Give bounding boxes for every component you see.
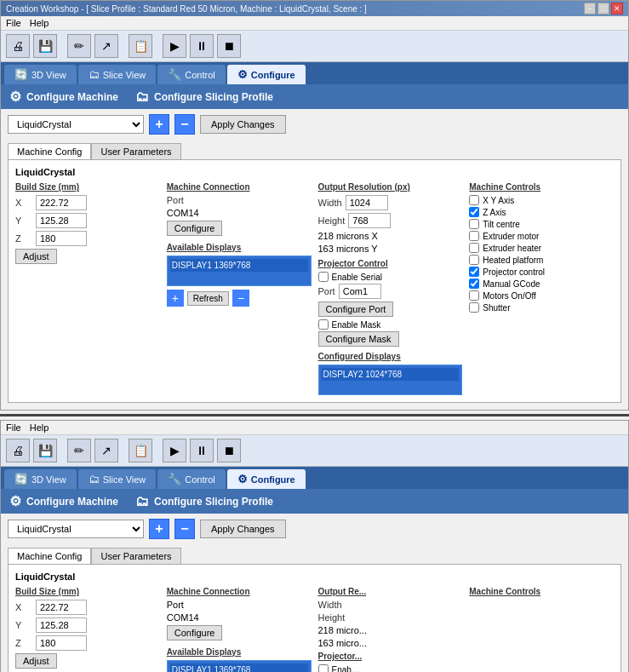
maximize-button[interactable]: □ <box>598 3 609 14</box>
remove-display-button[interactable]: − <box>232 290 249 307</box>
btool-stop-icon[interactable]: ⏹ <box>217 439 241 462</box>
tool-pause-icon[interactable]: ⏸ <box>190 34 214 58</box>
tool-edit-icon[interactable]: ✏ <box>67 34 91 58</box>
xy-axis-row: X Y Axis <box>469 195 614 205</box>
control-icon: 🔧 <box>168 68 181 81</box>
apply-changes-button[interactable]: Apply Changes <box>200 115 286 134</box>
machine-config-tab[interactable]: Machine Config <box>8 143 91 159</box>
shutter-checkbox[interactable] <box>469 302 479 313</box>
bavailable-displays-list[interactable]: DISPLAY1 1369*768 <box>167 660 312 672</box>
btool-save-icon[interactable]: 💾 <box>33 439 57 462</box>
extruder-heater-checkbox[interactable] <box>469 243 479 253</box>
manual-gcode-checkbox[interactable] <box>469 279 479 289</box>
bx-input[interactable] <box>36 600 87 615</box>
bport-label: Port <box>167 600 184 610</box>
refresh-button[interactable]: Refresh <box>187 291 229 306</box>
z-input[interactable] <box>36 231 87 246</box>
by-input[interactable] <box>36 617 87 633</box>
configure-mask-button[interactable]: Configure Mask <box>318 331 399 347</box>
bottom-user-parameters-tab[interactable]: User Parameters <box>91 548 180 564</box>
menu-help[interactable]: Help <box>30 18 49 28</box>
tab-slice-view[interactable]: 🗂 Slice View <box>78 65 157 84</box>
btab-control-label: Control <box>185 474 214 485</box>
adjust-button[interactable]: Adjust <box>15 249 57 264</box>
width-row: Width <box>318 195 463 210</box>
tab-configure[interactable]: ⚙ Configure <box>227 65 306 84</box>
tab-control[interactable]: 🔧 Control <box>157 65 225 84</box>
by-label: Y <box>15 620 32 630</box>
enable-mask-checkbox[interactable] <box>318 319 329 330</box>
configure-slicing-item[interactable]: 🗂 Configure Slicing Profile <box>135 89 273 105</box>
tool-stop-icon[interactable]: ⏹ <box>217 34 241 58</box>
bconfigure-slicing-item[interactable]: 🗂 Configure Slicing Profile <box>135 494 273 509</box>
bslice-view-icon: 🗂 <box>89 473 100 485</box>
btab-3d-view[interactable]: 🔄 3D View <box>4 469 77 489</box>
configured-displays-list[interactable]: DISPLAY2 1024*768 <box>318 365 463 395</box>
display2-item[interactable]: DISPLAY2 1024*768 <box>322 368 460 381</box>
tool-cursor-icon[interactable]: ↗ <box>94 34 118 58</box>
bottom-menu-file[interactable]: File <box>6 422 21 433</box>
add-machine-button[interactable]: + <box>149 114 169 135</box>
bottom-add-machine-button[interactable]: + <box>149 519 169 539</box>
boutput-section: Output Re... Width Height 218 micro... 1… <box>318 587 463 672</box>
close-button[interactable]: ✕ <box>611 3 623 14</box>
add-display-button[interactable]: + <box>167 290 184 307</box>
configure-port-button[interactable]: Configure Port <box>318 302 394 317</box>
benable-serial-checkbox[interactable] <box>318 664 329 672</box>
bottom-remove-machine-button[interactable]: − <box>174 519 195 539</box>
bz-input[interactable] <box>36 635 87 651</box>
bconnection-title: Machine Connection <box>167 587 312 596</box>
badjust-button[interactable]: Adjust <box>15 653 57 669</box>
tool-play-icon[interactable]: ▶ <box>163 34 186 58</box>
btool-layers-icon[interactable]: 📋 <box>129 439 152 462</box>
bwidth-label: Width <box>318 600 342 610</box>
bconfigure-machine-label: Configure Machine <box>26 496 118 508</box>
height-input[interactable] <box>348 213 391 228</box>
btool-edit-icon[interactable]: ✏ <box>67 439 91 462</box>
projector-control-checkbox[interactable] <box>469 267 479 277</box>
proj-port-input[interactable] <box>339 284 381 299</box>
minimize-button[interactable]: − <box>584 3 596 14</box>
display1-item[interactable]: DISPLAY1 1369*768 <box>170 259 308 272</box>
btool-pause-icon[interactable]: ⏸ <box>190 439 214 462</box>
configure-machine-item[interactable]: ⚙ Configure Machine <box>9 89 118 105</box>
z-axis-row: Z Axis <box>469 207 614 217</box>
btool-print-icon[interactable]: 🖨 <box>6 439 30 462</box>
tilt-centre-checkbox[interactable] <box>469 219 479 229</box>
tool-layers-icon[interactable]: 📋 <box>129 34 152 58</box>
bconfigure-machine-item[interactable]: ⚙ Configure Machine <box>9 493 118 509</box>
btab-slice-view[interactable]: 🗂 Slice View <box>78 469 157 489</box>
available-displays-list[interactable]: DISPLAY1 1369*768 <box>167 256 312 286</box>
width-input[interactable] <box>346 195 388 210</box>
tool-print-icon[interactable]: 🖨 <box>6 34 30 58</box>
bottom-machine-dropdown[interactable]: LiquidCrystal <box>8 520 144 538</box>
x-input[interactable] <box>36 195 87 210</box>
bottom-machine-config-tab[interactable]: Machine Config <box>8 548 91 564</box>
heated-platform-checkbox[interactable] <box>469 255 479 265</box>
motors-onoff-checkbox[interactable] <box>469 290 479 301</box>
bz-row: Z <box>15 635 160 651</box>
bottom-menu-help[interactable]: Help <box>30 422 49 433</box>
z-axis-checkbox[interactable] <box>469 207 479 217</box>
configure-button[interactable]: Configure <box>167 221 223 236</box>
enable-serial-checkbox[interactable] <box>318 272 329 282</box>
top-title-buttons: − □ ✕ <box>584 3 623 14</box>
btool-cursor-icon[interactable]: ↗ <box>94 439 118 462</box>
bdisplay1-item[interactable]: DISPLAY1 1369*768 <box>170 663 308 672</box>
y-input[interactable] <box>36 213 87 228</box>
tab-3d-view[interactable]: 🔄 3D View <box>4 65 77 84</box>
xy-axis-checkbox[interactable] <box>469 195 479 205</box>
menu-file[interactable]: File <box>6 18 21 28</box>
extruder-motor-checkbox[interactable] <box>469 231 479 241</box>
configure-slicing-label: Configure Slicing Profile <box>154 91 273 103</box>
tool-save-icon[interactable]: 💾 <box>33 34 57 58</box>
btab-control[interactable]: 🔧 Control <box>157 469 225 489</box>
microns-y-label: 163 microns Y <box>318 244 378 254</box>
bconfigure-button[interactable]: Configure <box>167 625 223 640</box>
remove-machine-button[interactable]: − <box>174 114 195 135</box>
btool-play-icon[interactable]: ▶ <box>163 439 186 462</box>
btab-configure[interactable]: ⚙ Configure <box>227 469 306 489</box>
user-parameters-tab[interactable]: User Parameters <box>91 143 180 159</box>
machine-dropdown[interactable]: LiquidCrystal <box>8 115 144 134</box>
bottom-apply-changes-button[interactable]: Apply Changes <box>200 520 286 538</box>
